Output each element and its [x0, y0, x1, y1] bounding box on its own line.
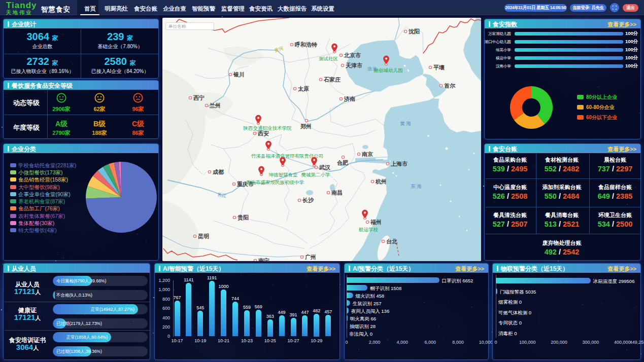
svg-text:首尔: 首尔 — [444, 83, 456, 89]
svg-text:台北: 台北 — [386, 238, 397, 244]
svg-text:樊城第二小学: 樊城第二小学 — [301, 172, 330, 177]
svg-text:上海市: 上海市 — [390, 161, 408, 167]
svg-text:广州: 广州 — [304, 254, 316, 260]
svg-text:航运学校: 航运学校 — [359, 227, 379, 232]
svg-text:东海: 东海 — [411, 184, 423, 189]
svg-text:呼和浩特: 呼和浩特 — [295, 41, 317, 48]
svg-text:银川: 银川 — [233, 71, 245, 78]
svg-text:坤德智慧食堂: 坤德智慧食堂 — [268, 172, 298, 177]
svg-text:福州: 福州 — [370, 219, 382, 225]
svg-text:南京: 南京 — [361, 151, 373, 157]
svg-text:北京市: 北京市 — [344, 52, 361, 58]
svg-text:杭州: 杭州 — [375, 178, 387, 185]
svg-text:昆明: 昆明 — [198, 233, 209, 239]
svg-text:南宁: 南宁 — [258, 258, 269, 261]
svg-text:沈阳: 沈阳 — [409, 28, 420, 34]
svg-text:郑州: 郑州 — [300, 123, 312, 129]
svg-text:测试社区: 测试社区 — [319, 56, 338, 61]
svg-text:天津市: 天津市 — [345, 62, 362, 68]
svg-text:贵阳: 贵阳 — [237, 214, 249, 221]
svg-text:长沙: 长沙 — [302, 197, 314, 203]
svg-text:合肥: 合肥 — [336, 160, 349, 166]
svg-text:兰州: 兰州 — [209, 102, 221, 108]
svg-text:融创城幼儿园: 融创城幼儿园 — [374, 67, 403, 73]
svg-text:石家庄: 石家庄 — [323, 77, 341, 83]
svg-text:武汉: 武汉 — [319, 164, 331, 170]
svg-text:西宁: 西宁 — [193, 95, 205, 101]
svg-text:南昌: 南昌 — [331, 190, 343, 196]
svg-text:平壤: 平壤 — [433, 64, 445, 70]
svg-text:太原: 太原 — [297, 86, 309, 92]
svg-text:恩施市盛家坝民族初级中学: 恩施市盛家坝民族初级中学 — [246, 179, 304, 185]
svg-text:济南: 济南 — [344, 96, 355, 102]
svg-text:西安: 西安 — [257, 130, 269, 136]
svg-text:陕西交通职业技术学院: 陕西交通职业技术学院 — [244, 125, 292, 131]
svg-text:黄海: 黄海 — [400, 121, 412, 126]
svg-text:成都: 成都 — [212, 169, 224, 175]
